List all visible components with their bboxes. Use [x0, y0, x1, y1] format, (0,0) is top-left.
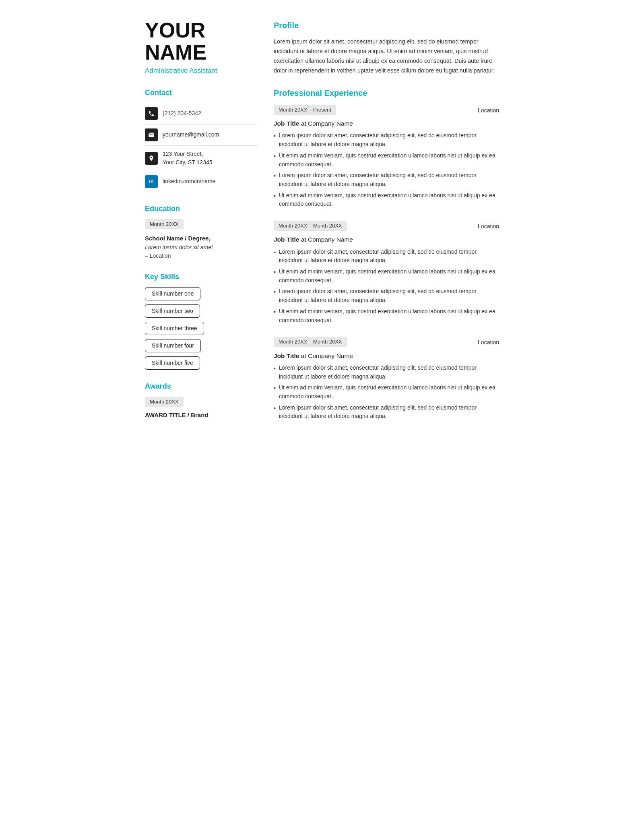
experience-entry: Month 20XX – Month 20XX Location Job Tit… — [274, 221, 499, 325]
experience-entry: Month 20XX – Month 20XX Location Job Tit… — [274, 337, 499, 421]
exp-company: at Company Name — [299, 236, 353, 243]
linkedin-text: linkedin.com/in/name — [163, 177, 216, 186]
phone-icon — [145, 107, 158, 120]
job-title: Administrative Assistant — [145, 66, 258, 76]
list-item: Skill number four — [145, 339, 258, 352]
list-item: Lorem ipsum dolor sit amet, consectetur … — [274, 404, 499, 421]
list-item: Skill number five — [145, 356, 258, 370]
list-item: Lorem ipsum dolor sit amet, consectetur … — [274, 131, 499, 149]
list-item: Lorem ipsum dolor sit amet, consectetur … — [274, 364, 499, 381]
education-location: – Location — [145, 252, 258, 260]
profile-section: Profile Lorem ipsum dolor sit amet, cons… — [274, 19, 499, 76]
list-item: Skill number one — [145, 287, 258, 300]
name-line1: YOUR — [145, 19, 205, 42]
exp-job-title: Job Title — [274, 352, 299, 359]
name-block: YOUR NAME Administrative Assistant — [145, 19, 258, 76]
profile-section-title: Profile — [274, 19, 499, 31]
list-item: Skill number three — [145, 322, 258, 335]
awards-section: Awards Month 20XX AWARD TITLE / Brand — [145, 381, 258, 420]
contact-email: yourname@gmail.com — [145, 124, 258, 146]
contact-address: 123 Your Street,Your City, ST 12345 — [145, 146, 258, 171]
skill-badge: Skill number one — [145, 287, 200, 300]
skill-badge: Skill number two — [145, 304, 200, 318]
list-item: Lorem ipsum dolor sit amet, consectetur … — [274, 287, 499, 304]
awards-section-title: Awards — [145, 381, 258, 392]
contact-section-title: Contact — [145, 87, 258, 98]
education-desc: Lorem ipsum dolor sit amet — [145, 243, 258, 252]
list-item: Ut enim ad minim veniam, quis nostrud ex… — [274, 267, 499, 285]
exp-header: Month 20XX – Month 20XX Location — [274, 337, 499, 349]
location-icon — [145, 152, 158, 165]
exp-date-badge: Month 20XX – Month 20XX — [274, 221, 347, 231]
contact-phone: (212) 204-5342 — [145, 103, 258, 124]
list-item: Ut enim ad minim veniam, quis nostrud ex… — [274, 383, 499, 401]
skills-list: Skill number one Skill number two Skill … — [145, 287, 258, 370]
phone-text: (212) 204-5342 — [163, 109, 201, 118]
award-date-badge: Month 20XX — [145, 397, 184, 407]
contact-list: (212) 204-5342 yourname@gmail.com 123 Yo… — [145, 103, 258, 192]
exp-job-line: Job Title at Company Name — [274, 351, 499, 360]
exp-job-line: Job Title at Company Name — [274, 235, 499, 244]
exp-header: Month 20XX – Month 20XX Location — [274, 221, 499, 233]
resume-page: YOUR NAME Administrative Assistant Conta… — [129, 0, 515, 834]
exp-company: at Company Name — [299, 120, 353, 127]
exp-location: Location — [478, 338, 499, 347]
experience-section: Professional Experience Month 20XX – Pre… — [274, 87, 499, 421]
exp-job-line: Job Title at Company Name — [274, 119, 499, 128]
education-date-badge: Month 20XX — [145, 219, 184, 230]
exp-location: Location — [478, 222, 499, 231]
list-item: Lorem ipsum dolor sit amet, consectetur … — [274, 171, 499, 188]
profile-text: Lorem ipsum dolor sit amet, consectetur … — [274, 37, 499, 76]
education-section-title: Education — [145, 203, 258, 214]
name-line2: NAME — [145, 41, 206, 64]
linkedin-icon: in — [145, 175, 158, 188]
education-school: School Name / Degree, — [145, 234, 258, 243]
email-icon — [145, 128, 158, 141]
exp-header: Month 20XX – Present Location — [274, 105, 499, 117]
address-text: 123 Your Street,Your City, ST 12345 — [163, 150, 212, 167]
right-column: Profile Lorem ipsum dolor sit amet, cons… — [274, 19, 499, 815]
contact-linkedin: in linkedin.com/in/name — [145, 171, 258, 192]
list-item: Ut enim ad minim veniam, quis nostrud ex… — [274, 307, 499, 325]
experience-entry: Month 20XX – Present Location Job Title … — [274, 105, 499, 209]
left-column: YOUR NAME Administrative Assistant Conta… — [145, 19, 258, 815]
exp-date-badge: Month 20XX – Present — [274, 105, 336, 115]
skill-badge: Skill number three — [145, 322, 204, 335]
exp-company: at Company Name — [299, 352, 353, 359]
exp-job-title: Job Title — [274, 236, 299, 243]
skills-section-title: Key Skills — [145, 271, 258, 282]
list-item: Lorem ipsum dolor sit amet, consectetur … — [274, 248, 499, 265]
exp-bullets: Lorem ipsum dolor sit amet, consectetur … — [274, 248, 499, 325]
name-heading: YOUR NAME — [145, 19, 258, 63]
exp-location: Location — [478, 106, 499, 115]
skill-badge: Skill number four — [145, 339, 201, 352]
exp-bullets: Lorem ipsum dolor sit amet, consectetur … — [274, 364, 499, 421]
experience-section-title: Professional Experience — [274, 87, 499, 99]
exp-bullets: Lorem ipsum dolor sit amet, consectetur … — [274, 131, 499, 209]
exp-job-title: Job Title — [274, 120, 299, 127]
award-title: AWARD TITLE / Brand — [145, 411, 258, 420]
list-item: Ut enim ad minim veniam, quis nostrud ex… — [274, 151, 499, 169]
exp-date-badge: Month 20XX – Month 20XX — [274, 337, 347, 347]
email-text: yourname@gmail.com — [163, 130, 219, 139]
list-item: Ut enim ad minim veniam, quis nostrud ex… — [274, 191, 499, 209]
list-item: Skill number two — [145, 304, 258, 318]
skill-badge: Skill number five — [145, 356, 200, 370]
